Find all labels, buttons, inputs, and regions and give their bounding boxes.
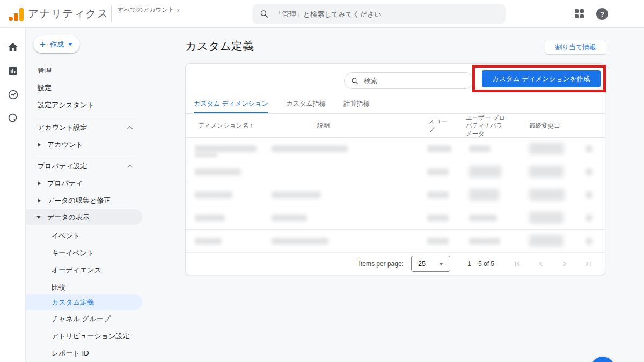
account-breadcrumb[interactable]: すべてのアカウント › (118, 6, 179, 14)
table-search-input[interactable] (364, 77, 467, 85)
home-icon[interactable] (0, 35, 26, 59)
divider (33, 117, 136, 117)
sidebar-item-comparisons[interactable]: 比較 (26, 280, 142, 295)
chevron-down-icon (439, 263, 443, 265)
table-row[interactable] (186, 160, 605, 183)
sidebar-item-reporting-identity[interactable]: レポート ID (26, 346, 142, 361)
column-header-dimension-name[interactable]: ディメンション名 ↑ (198, 122, 295, 130)
redacted-cell (195, 145, 257, 152)
redacted-cell (427, 191, 449, 198)
redacted-cell (427, 238, 449, 245)
redacted-cell (529, 166, 564, 178)
sidebar-item-custom-definitions[interactable]: カスタム定義 (26, 294, 142, 310)
help-icon[interactable]: ? (596, 8, 608, 20)
column-header-user-property: ユーザー プロパティ / パラメータ (466, 114, 507, 138)
search-icon (260, 9, 269, 19)
redacted-cell (469, 166, 501, 178)
global-search-input[interactable] (275, 10, 498, 18)
chevron-up-icon (127, 164, 133, 169)
table-row[interactable] (186, 206, 605, 230)
nav-rail (0, 28, 26, 362)
sidebar-item-settings[interactable]: 設定 (26, 80, 142, 95)
redacted-cell (529, 212, 564, 224)
table-header: ディメンション名 ↑ 説明 スコープ ユーザー プロパティ / パラメータ 最終… (186, 114, 605, 137)
page-size-select[interactable]: 25 (411, 256, 450, 272)
global-search-bar[interactable] (252, 4, 506, 24)
expand-arrow-icon (38, 198, 41, 203)
tab-calculated-metrics[interactable]: 計算指標 (344, 99, 370, 114)
analytics-logo-icon[interactable] (9, 7, 24, 21)
page-range-label: 1 – 5 of 5 (467, 260, 494, 268)
row-menu-icon[interactable] (586, 215, 592, 221)
sidebar-item-setup-assistant[interactable]: 設定アシスタント (26, 98, 142, 113)
custom-definitions-card: カスタム ディメンションを作成 カスタム ディメンション カスタム指標 計算指標… (185, 63, 605, 275)
tab-custom-metrics[interactable]: カスタム指標 (286, 99, 325, 114)
row-menu-icon[interactable] (586, 168, 592, 175)
admin-sidebar: + 作成 管理 設定 設定アシスタント アカウント設定 アカウント プロパティ設… (26, 28, 142, 362)
redacted-cell (195, 168, 241, 175)
redacted-cell (469, 145, 491, 152)
column-header-scope: スコープ (428, 117, 451, 134)
tab-custom-dimensions[interactable]: カスタム ディメンション (194, 99, 268, 114)
row-menu-icon[interactable] (586, 191, 592, 198)
table-row[interactable] (186, 183, 605, 206)
redacted-cell (529, 235, 564, 247)
top-bar: アナリティクス すべてのアカウント › ? (0, 0, 644, 28)
redacted-cell (427, 215, 449, 221)
sort-ascending-icon: ↑ (250, 122, 253, 129)
advertising-icon[interactable] (0, 106, 26, 130)
redacted-cell (272, 191, 321, 198)
apps-grid-icon[interactable] (575, 9, 584, 19)
collapse-arrow-icon (36, 216, 41, 219)
divider (111, 6, 112, 22)
column-header-description: 説明 (317, 122, 382, 130)
table-row[interactable] (186, 137, 605, 160)
sidebar-item-events[interactable]: イベント (26, 228, 142, 243)
sidebar-section-property-settings[interactable]: プロパティ設定 (26, 159, 142, 174)
reports-icon[interactable] (0, 59, 26, 83)
redacted-cell (529, 143, 564, 154)
sidebar-item-data-collection[interactable]: データの収集と修正 (26, 193, 142, 208)
chevron-up-icon (127, 125, 133, 131)
redacted-cell (272, 238, 328, 245)
last-page-icon[interactable] (579, 256, 597, 272)
create-button[interactable]: + 作成 (33, 35, 80, 53)
ga4-admin-page: アナリティクス すべてのアカウント › ? (0, 0, 644, 362)
redacted-cell (427, 168, 449, 175)
expand-arrow-icon (38, 181, 41, 186)
divider (33, 157, 136, 157)
floating-action-button[interactable] (591, 357, 614, 362)
sidebar-item-audiences[interactable]: オーディエンス (26, 263, 142, 278)
chevron-right-icon[interactable] (555, 256, 574, 272)
sidebar-item-account[interactable]: アカウント (26, 137, 142, 152)
tab-bar: カスタム ディメンション カスタム指標 計算指標 (194, 96, 370, 114)
row-menu-icon[interactable] (586, 238, 592, 245)
sidebar-item-admin[interactable]: 管理 (26, 63, 142, 78)
sidebar-item-key-events[interactable]: キーイベント (26, 246, 142, 261)
pager (508, 256, 597, 272)
plus-icon: + (40, 39, 46, 49)
expand-arrow-icon (38, 143, 41, 147)
redacted-cell (469, 189, 499, 201)
sidebar-item-channel-groups[interactable]: チャネル グループ (26, 312, 142, 327)
table-search-bar[interactable] (344, 72, 474, 89)
sidebar-item-property[interactable]: プロパティ (26, 176, 142, 191)
table-row[interactable] (186, 230, 605, 253)
explore-icon[interactable] (0, 83, 26, 106)
redacted-cell (195, 238, 222, 245)
redacted-cell (469, 215, 497, 221)
redacted-cell (529, 189, 565, 201)
chevron-left-icon[interactable] (532, 256, 550, 272)
items-per-page-label: Items per page: (359, 260, 404, 268)
sidebar-item-data-display[interactable]: データの表示 (26, 209, 142, 225)
redacted-cell (272, 145, 348, 152)
column-header-last-changed: 最終変更日 (529, 122, 572, 130)
sidebar-item-attribution-settings[interactable]: アトリビューション設定 (26, 329, 142, 344)
sidebar-section-account-settings[interactable]: アカウント設定 (26, 120, 142, 135)
first-page-icon[interactable] (508, 256, 526, 272)
allocation-info-button[interactable]: 割り当て情報 (545, 40, 606, 55)
create-custom-dimension-button[interactable]: カスタム ディメンションを作成 (482, 70, 601, 87)
redacted-cell (469, 238, 500, 245)
redacted-cell (195, 215, 225, 221)
row-menu-icon[interactable] (586, 145, 592, 152)
